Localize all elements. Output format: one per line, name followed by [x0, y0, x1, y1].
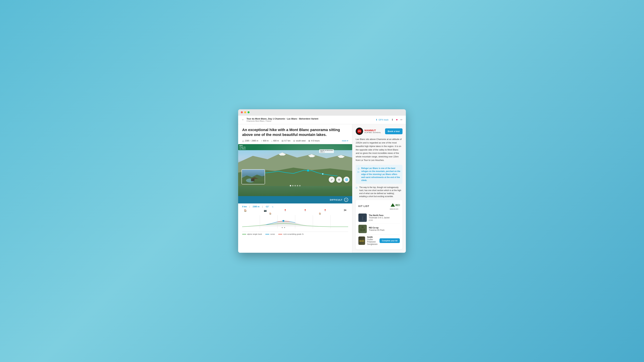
kit-header: KIT LIST REI www.rei.com — [358, 203, 400, 210]
svg-point-34 — [360, 240, 362, 242]
kit-item-jacket: The North Face Triclimate 3-in-1 Jacket … — [358, 212, 400, 223]
highlight-box: ◇ ▷ Refuge Lac Blanc is one of the best … — [356, 165, 402, 184]
clock-icon: ⊕ — [308, 139, 310, 142]
scree-label: scree — [270, 233, 275, 235]
jacket-info: The North Face Triclimate 3-in-1 Jacket … — [369, 214, 400, 221]
waypoint-icon-2: ▷ — [358, 170, 360, 173]
waypoint-icon-1: ◇ — [358, 167, 360, 170]
legend-scree: scree — [265, 233, 275, 235]
dot-3[interactable] — [294, 185, 296, 186]
jacket-name: Triclimate 3-in-1 Jacket — [369, 217, 400, 219]
scramble-label: rock scrambling grade 3+ — [283, 233, 304, 235]
chart-area — [242, 215, 348, 232]
map-thumbnail[interactable] — [242, 169, 265, 184]
chart-icon-6: 🏁 — [344, 209, 346, 212]
heart-icon[interactable]: ♥ — [396, 118, 398, 121]
kit-section: KIT LIST REI www.rei.com — [356, 200, 402, 249]
highlight-icons: ◇ ▷ — [358, 167, 360, 182]
dot-5[interactable] — [299, 185, 300, 186]
svg-rect-28 — [364, 229, 364, 231]
glasses-brand: Smith — [367, 236, 378, 238]
current-distance: 0 km — [242, 205, 247, 208]
sponsor-header: MAMMUT ALPINE SCHOOL Book a tour — [356, 128, 402, 135]
dot-4[interactable] — [297, 185, 298, 186]
elevation-chart: 0 km | 2385 m | -11° ↘ 🏠 📷 📍 📍 📍 🏁 — [238, 203, 352, 238]
chart-icon-2: 📷 — [264, 209, 267, 212]
glasses-info: Smith Outlier Polarized Sunglasses — [367, 236, 378, 245]
thumbnail-image — [242, 170, 265, 184]
complete-kit-button[interactable]: Complete your kit — [380, 238, 400, 243]
aiguille-label: Aiguille du Belverdere2985 m — [319, 149, 334, 153]
refuge-link[interactable]: Refuge Lac Blanc — [361, 167, 378, 169]
more-button[interactable]: more ▾ — [342, 140, 348, 142]
edit-icon[interactable]: ✏ — [400, 118, 402, 121]
kit-item-glasses: Smith Outlier Polarized Sunglasses Compl… — [358, 235, 400, 247]
mammut-logo: MAMMUT ALPINE SCHOOL — [356, 128, 381, 135]
scree-line — [265, 234, 269, 234]
elevation-stats: 0 km | 2385 m | -11° ↘ — [242, 205, 348, 208]
app-window: ← Tour du Mont Blanc, Day 1 Chamonix - L… — [238, 109, 406, 253]
note-text: The way to the top, though not outrageou… — [359, 186, 402, 198]
nav-actions: ⬇ GPX track ⬆ ♥ ✏ — [376, 118, 402, 121]
distance-value: 9.7 km — [284, 140, 290, 142]
note-item: ◇ The way to the top, though not outrage… — [356, 186, 402, 198]
svg-point-7 — [322, 173, 324, 175]
difficulty-label: DIFFICULT — [330, 199, 342, 201]
back-button[interactable]: ← — [242, 118, 244, 121]
pack-info: REI Co-op Traverse 65 Pack — [369, 227, 400, 231]
title-bar — [238, 109, 406, 115]
minimize-dot[interactable] — [244, 111, 246, 113]
distance-icon: ⊟ — [282, 139, 284, 142]
chart-icon-3: 📍 — [284, 209, 286, 212]
chart-icons-row: 🏠 📷 📍 📍 📍 🏁 — [242, 209, 348, 212]
download-icon: ⬇ — [376, 118, 378, 121]
legend-alpine: alpine single track — [242, 233, 262, 235]
stats-bar: △ 2385 – 2985 m ↑ 600 m ↓ 600 m ⊟ 9.7 km — [242, 139, 348, 142]
svg-rect-25 — [362, 227, 364, 228]
globe-button[interactable]: 🌐 — [344, 177, 350, 183]
jacket-price: £240 — [369, 219, 400, 221]
dot-2[interactable] — [292, 185, 294, 186]
fullscreen-button[interactable]: ⤢ — [329, 177, 335, 183]
page-subtitle: Chamonix Mont Blanc, France — [246, 120, 318, 122]
elevation-icon: △ — [242, 139, 244, 142]
pack-image — [358, 225, 367, 233]
svg-point-6 — [307, 170, 309, 172]
book-tour-button[interactable]: Book a tour — [385, 128, 402, 134]
share-icon[interactable]: ⬆ — [391, 118, 394, 121]
svg-rect-11 — [251, 179, 254, 181]
svg-rect-27 — [360, 229, 361, 231]
kit-title: KIT LIST — [358, 205, 369, 207]
pack-name: Traverse 65 Pack — [369, 229, 400, 231]
legend-scramble: rock scrambling grade 3+ — [278, 233, 304, 235]
svg-point-35 — [362, 240, 364, 242]
svg-point-21 — [357, 129, 362, 133]
pack-brand: REI Co-op — [369, 227, 400, 229]
alpine-line — [242, 234, 246, 234]
highlight-text: Refuge Lac Blanc is one of the best refu… — [361, 167, 400, 182]
stat-separator-1: | — [250, 205, 250, 208]
more-label: more — [342, 140, 346, 142]
current-height: 2385 m — [252, 205, 260, 208]
compass-icon: ⊙ — [293, 139, 295, 142]
svg-marker-19 — [282, 227, 282, 228]
chart-icon-1: 🏠 — [244, 209, 247, 212]
svg-point-18 — [282, 220, 284, 222]
duration-stat: ⊕ 4-5 hours — [308, 139, 320, 142]
target-button[interactable]: ⊙ — [336, 177, 342, 183]
gpx-track-button[interactable]: ⬇ GPX track — [376, 118, 388, 121]
distance-stat: ⊟ 9.7 km — [282, 139, 290, 142]
jacket-brand: The North Face — [369, 214, 400, 217]
close-dot[interactable] — [241, 111, 243, 113]
elevation-value: 2385 – 2985 m — [245, 140, 258, 142]
mammut-brand: MAMMUT — [364, 129, 381, 132]
dot-1[interactable] — [290, 185, 291, 186]
scramble-line — [278, 234, 282, 234]
maximize-dot[interactable] — [248, 111, 250, 113]
rei-url: www.rei.com — [390, 208, 400, 210]
elevation-svg — [242, 215, 348, 228]
left-panel: An exceptional hike with a Mont Blanc pa… — [238, 124, 352, 253]
jacket-image — [358, 214, 367, 222]
ascent-icon: ↑ — [261, 139, 262, 142]
gpx-label: GPX track — [378, 118, 388, 121]
